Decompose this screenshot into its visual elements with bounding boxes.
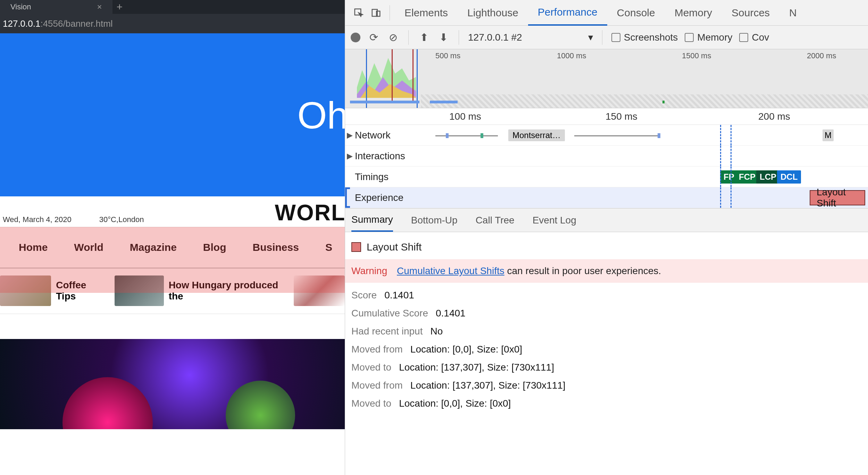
recording-selector[interactable]: 127.0.0.1 #2 ▾ (468, 32, 593, 43)
device-toggle-icon[interactable] (367, 8, 385, 18)
site-title: WORL (275, 200, 346, 226)
detail-row: Had recent inputNo (351, 319, 862, 337)
timing-marker-dcl[interactable]: DCL (777, 170, 801, 184)
address-host: 127.0.0.1 (3, 18, 40, 29)
detail-row: Moved fromLocation: [0,0], Size: [0x0] (351, 337, 862, 355)
timeline-overview[interactable]: 500 ms 1000 ms 1500 ms 2000 ms (345, 49, 868, 108)
browser-pane: Vision × + 127.0.0.1:4556/banner.html Oh… (0, 0, 345, 475)
selection-bracket (345, 187, 350, 208)
recording-selector-label: 127.0.0.1 #2 (468, 32, 522, 43)
layout-shift-highlight (0, 227, 345, 293)
timing-marker-fcp[interactable]: FCP (735, 170, 759, 184)
browser-tab-title: Vision (10, 2, 31, 11)
chevron-down-icon: ▾ (588, 32, 593, 43)
hero-image (0, 339, 345, 429)
tab-sources[interactable]: Sources (722, 0, 779, 25)
separator (390, 5, 390, 20)
warning-tail: can result in poor user experiences. (504, 265, 661, 276)
warning-label: Warning (351, 265, 387, 276)
cls-highlight-layer: Home World Magazine Blog Business S (0, 227, 345, 269)
playhead[interactable] (720, 125, 721, 145)
svg-rect-3 (392, 49, 393, 101)
tab-performance[interactable]: Performance (528, 0, 607, 26)
svg-rect-4 (412, 49, 414, 101)
detail-row: Moved toLocation: [0,0], Size: [0x0] (351, 391, 862, 409)
color-swatch (351, 242, 361, 252)
new-tab-icon[interactable]: + (117, 1, 123, 13)
coverage-checkbox[interactable]: Cov (739, 32, 769, 43)
network-request[interactable]: Montserrat… (508, 129, 565, 141)
chevron-right-icon[interactable]: ▶ (345, 152, 354, 161)
lane-experience[interactable]: ▶ Experience Layout Shift (345, 187, 868, 208)
playhead[interactable] (731, 125, 732, 145)
tab-memory[interactable]: Memory (665, 0, 722, 25)
devtools-pane: Elements Lighthouse Performance Console … (345, 0, 868, 475)
detail-row: Score0.1401 (351, 283, 862, 301)
screenshots-checkbox[interactable]: Screenshots (611, 32, 678, 43)
browser-tabbar: Vision × + (0, 0, 345, 14)
tab-more[interactable]: N (779, 0, 807, 25)
subtab-call-tree[interactable]: Call Tree (476, 209, 515, 232)
details-title: Layout Shift (351, 238, 862, 259)
memory-checkbox[interactable]: Memory (685, 32, 732, 43)
page-banner: Oh (0, 33, 345, 196)
separator (602, 30, 602, 45)
overview-range-handle-right[interactable] (417, 49, 418, 108)
devtools-tabbar: Elements Lighthouse Performance Console … (345, 0, 868, 26)
lane-timings[interactable]: ▶ Timings FP FCP LCP DCL (345, 167, 868, 187)
page-weather: 30°C,London (99, 215, 144, 224)
overview-network-bar (350, 101, 868, 104)
layout-shift-event[interactable]: Layout Shift (810, 190, 865, 205)
clear-icon[interactable]: ⊘ (387, 31, 399, 43)
page-meta-row: Wed, March 4, 2020 30°C,London WORL (0, 196, 345, 227)
address-bar[interactable]: 127.0.0.1:4556/banner.html (0, 14, 345, 33)
details-tabbar: Summary Bottom-Up Call Tree Event Log (345, 209, 868, 232)
page-date: Wed, March 4, 2020 (3, 215, 72, 224)
subtab-summary[interactable]: Summary (351, 209, 393, 232)
lane-interactions[interactable]: ▶ Interactions (345, 146, 868, 167)
warning-row: Warning Cumulative Layout Shifts can res… (345, 259, 868, 283)
tab-elements[interactable]: Elements (395, 0, 458, 25)
inspect-icon[interactable] (350, 8, 367, 18)
network-request[interactable]: M (823, 129, 834, 141)
overview-range-handle-left[interactable] (366, 49, 367, 108)
banner-text: Oh (297, 93, 345, 137)
tab-console[interactable]: Console (607, 0, 665, 25)
detail-row: Cumulative Score0.1401 (351, 301, 862, 319)
lane-network[interactable]: ▶ Network Montserrat… M (345, 125, 868, 146)
upload-icon[interactable]: ⬆ (418, 31, 430, 43)
detail-row: Moved fromLocation: [137,307], Size: [73… (351, 373, 862, 391)
download-icon[interactable]: ⬇ (437, 31, 450, 43)
browser-tab[interactable]: Vision × (0, 0, 112, 14)
chevron-right-icon[interactable]: ▶ (345, 131, 354, 140)
overview-flamegraph (350, 49, 419, 101)
separator (408, 30, 409, 45)
tab-lighthouse[interactable]: Lighthouse (458, 0, 528, 25)
record-icon[interactable] (351, 33, 360, 42)
separator (459, 30, 459, 45)
timing-marker-lcp[interactable]: LCP (756, 170, 780, 184)
close-icon[interactable]: × (97, 2, 102, 12)
flamechart: 100 ms 150 ms 200 ms ▶ Network Montserra… (345, 108, 868, 209)
details-pane: Layout Shift Warning Cumulative Layout S… (345, 232, 868, 409)
subtab-bottom-up[interactable]: Bottom-Up (411, 209, 458, 232)
flamechart-ruler: 100 ms 150 ms 200 ms (345, 108, 868, 125)
warning-link[interactable]: Cumulative Layout Shifts (397, 265, 504, 276)
detail-row: Moved toLocation: [137,307], Size: [730x… (351, 355, 862, 373)
reload-icon[interactable]: ⟳ (367, 31, 380, 43)
perf-toolbar: ⟳ ⊘ ⬆ ⬇ 127.0.0.1 #2 ▾ Screenshots Memor… (345, 26, 868, 49)
overview-ticks: 500 ms 1000 ms 1500 ms 2000 ms (345, 51, 868, 60)
address-path: :4556/banner.html (40, 18, 112, 29)
subtab-event-log[interactable]: Event Log (533, 209, 576, 232)
